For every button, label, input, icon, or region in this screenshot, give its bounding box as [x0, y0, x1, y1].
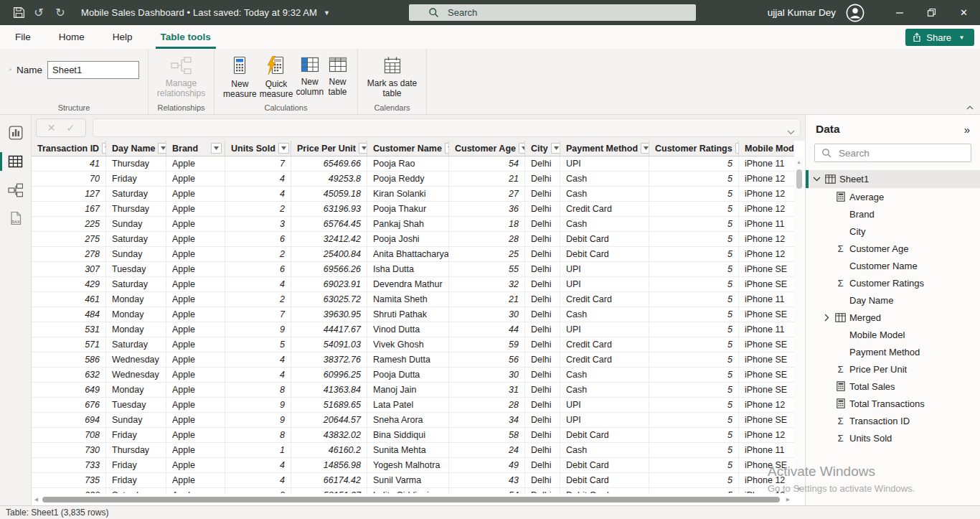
column-header-day-name[interactable]: Day Name [106, 141, 166, 156]
cell-customer-name[interactable]: Anita Bhattacharya [367, 247, 449, 262]
cell-day-name[interactable]: Saturday [106, 337, 166, 352]
cell-customer-name[interactable]: Pankaj Shah [367, 217, 449, 232]
cell-customer-ratings[interactable]: 5 [649, 217, 739, 232]
field-item-total-transactions[interactable]: Total Transactions [806, 395, 980, 412]
cell-customer-age[interactable]: 30 [449, 307, 525, 322]
cell-price-per-unit[interactable]: 65469.66 [291, 156, 367, 172]
column-header-price-per-unit[interactable]: Price Per Unit [291, 141, 367, 156]
cell-transaction-id[interactable]: 938 [32, 488, 106, 493]
cell-customer-name[interactable]: Shruti Pathak [367, 307, 449, 322]
cell-price-per-unit[interactable]: 14856.98 [291, 458, 367, 473]
expand-formula-icon[interactable] [787, 125, 795, 138]
cell-price-per-unit[interactable]: 63025.72 [291, 292, 367, 307]
cell-transaction-id[interactable]: 429 [32, 277, 106, 292]
formula-text-field[interactable] [93, 119, 772, 136]
cell-customer-name[interactable]: Pooja Joshi [367, 232, 449, 247]
cell-price-per-unit[interactable]: 60996.25 [291, 368, 367, 383]
confirm-formula-icon[interactable]: ✓ [67, 122, 75, 134]
cell-customer-ratings[interactable]: 5 [649, 413, 739, 428]
cell-units-sold[interactable]: 2 [225, 202, 291, 217]
cell-customer-age[interactable]: 32 [449, 277, 525, 292]
scroll-left-icon[interactable]: ◀ [32, 495, 41, 504]
cell-city[interactable]: Delhi [525, 337, 560, 352]
new-table-button[interactable]: New table [326, 53, 349, 99]
cell-customer-ratings[interactable]: 5 [649, 172, 739, 187]
horizontal-scroll-thumb[interactable] [42, 497, 780, 502]
column-header-units-sold[interactable]: Units Sold [225, 141, 291, 156]
cell-units-sold[interactable]: 4 [225, 187, 291, 202]
cell-city[interactable]: Delhi [525, 277, 560, 292]
cell-units-sold[interactable]: 1 [225, 443, 291, 458]
cell-payment-method[interactable]: UPI [560, 413, 649, 428]
cell-day-name[interactable]: Saturday [106, 277, 166, 292]
report-view-button[interactable] [0, 118, 31, 147]
cell-payment-method[interactable]: UPI [560, 277, 649, 292]
avatar[interactable] [845, 3, 864, 22]
cell-customer-age[interactable]: 55 [449, 262, 525, 277]
cell-mobile-model[interactable]: iPhone 11 [739, 217, 794, 232]
cell-price-per-unit[interactable]: 49253.8 [291, 172, 367, 187]
cell-price-per-unit[interactable]: 66174.42 [291, 473, 367, 488]
cell-city[interactable]: Delhi [525, 217, 560, 232]
cell-city[interactable]: Delhi [525, 473, 560, 488]
cell-mobile-model[interactable]: iPhone 11 [739, 443, 794, 458]
cell-customer-ratings[interactable]: 5 [649, 322, 739, 337]
cell-customer-name[interactable]: Namita Sheth [367, 292, 449, 307]
cell-customer-age[interactable]: 43 [449, 473, 525, 488]
cell-payment-method[interactable]: Cash [560, 217, 649, 232]
cell-day-name[interactable]: Sunday [106, 217, 166, 232]
cell-price-per-unit[interactable]: 20644.57 [291, 413, 367, 428]
cell-mobile-model[interactable]: iPhone 11 [739, 292, 794, 307]
cell-city[interactable]: Delhi [525, 368, 560, 383]
cell-customer-ratings[interactable]: 5 [649, 383, 739, 398]
cell-transaction-id[interactable]: 632 [32, 368, 106, 383]
global-search-input[interactable]: Search [409, 4, 696, 21]
cell-customer-age[interactable]: 28 [449, 232, 525, 247]
cell-payment-method[interactable]: UPI [560, 156, 649, 172]
cell-day-name[interactable]: Monday [106, 383, 166, 398]
cell-customer-age[interactable]: 21 [449, 292, 525, 307]
cell-city[interactable]: Delhi [525, 443, 560, 458]
tab-home[interactable]: Home [59, 25, 85, 49]
cell-brand[interactable]: Apple [166, 322, 225, 337]
cell-brand[interactable]: Apple [166, 352, 225, 368]
cell-mobile-model[interactable]: iPhone SE [739, 413, 794, 428]
cell-customer-ratings[interactable]: 5 [649, 262, 739, 277]
cell-brand[interactable]: Apple [166, 368, 225, 383]
cell-price-per-unit[interactable]: 41363.84 [291, 383, 367, 398]
cell-customer-ratings[interactable]: 5 [649, 156, 739, 172]
cell-mobile-model[interactable]: iPhone SE [739, 352, 794, 368]
cell-transaction-id[interactable]: 730 [32, 443, 106, 458]
cell-payment-method[interactable]: Credit Card [560, 292, 649, 307]
minimize-button[interactable] [883, 0, 915, 25]
cell-payment-method[interactable]: Credit Card [560, 352, 649, 368]
cell-day-name[interactable]: Wednesday [106, 368, 166, 383]
column-header-city[interactable]: City [525, 141, 560, 156]
cell-units-sold[interactable]: 9 [225, 413, 291, 428]
cell-customer-name[interactable]: Isha Dutta [367, 262, 449, 277]
mark-as-date-table-button[interactable]: Mark as date table [367, 53, 418, 98]
filter-dropdown-icon[interactable] [551, 143, 560, 154]
new-column-button[interactable]: New column [296, 53, 324, 99]
cell-customer-age[interactable]: 58 [449, 428, 525, 443]
cell-brand[interactable]: Apple [166, 307, 225, 322]
cell-day-name[interactable]: Monday [106, 307, 166, 322]
cell-customer-name[interactable]: Vinod Dutta [367, 322, 449, 337]
cell-customer-name[interactable]: Bina Siddiqui [367, 428, 449, 443]
cell-customer-name[interactable]: Pooja Reddy [367, 172, 449, 187]
filter-dropdown-icon[interactable] [641, 143, 649, 154]
cell-price-per-unit[interactable]: 51689.65 [291, 398, 367, 413]
cell-units-sold[interactable]: 4 [225, 368, 291, 383]
field-item-brand[interactable]: Brand [806, 205, 980, 223]
cell-city[interactable]: Delhi [525, 458, 560, 473]
cell-payment-method[interactable]: Cash [560, 443, 649, 458]
cell-customer-ratings[interactable]: 5 [649, 202, 739, 217]
cell-city[interactable]: Delhi [525, 398, 560, 413]
cell-units-sold[interactable]: 2 [225, 247, 291, 262]
cell-mobile-model[interactable]: iPhone SE [739, 337, 794, 352]
column-header-customer-name[interactable]: Customer Name [367, 141, 449, 156]
cell-transaction-id[interactable]: 225 [32, 217, 106, 232]
cell-customer-ratings[interactable]: 5 [649, 292, 739, 307]
cell-transaction-id[interactable]: 461 [32, 292, 106, 307]
cell-payment-method[interactable]: Debit Card [560, 232, 649, 247]
